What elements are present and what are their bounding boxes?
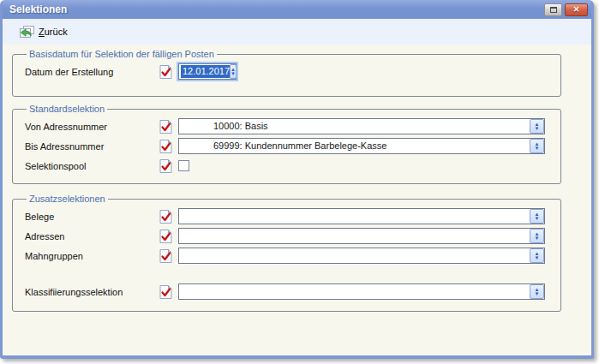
validation-check-icon[interactable] (159, 64, 173, 80)
belege-field[interactable]: ▲▼ (178, 208, 545, 224)
spinner-button[interactable]: ▲▼ (530, 139, 544, 153)
field-label: Selektionspool (25, 161, 159, 171)
group-basisdatum-legend: Basisdatum für Selektion der fälligen Po… (27, 49, 217, 59)
group-standardselektion: Standardselektion Von Adressnummer 10000… (12, 104, 561, 184)
adressen-field[interactable]: ▲▼ (178, 228, 545, 244)
form-row-mahngruppen: Mahngruppen ▲▼ (25, 246, 554, 266)
dialog-window: Selektionen ✕ Zurück Basisdatum f (0, 0, 594, 359)
form-row-adressen: Adressen ▲▼ (25, 226, 554, 246)
back-button-label: Zurück (39, 27, 68, 37)
mahngruppen-field[interactable]: ▲▼ (178, 248, 545, 264)
window-title: Selektionen (9, 3, 544, 15)
titlebar[interactable]: Selektionen ✕ (3, 0, 591, 19)
spinner-down-icon: ▼ (535, 217, 540, 221)
spinner-button[interactable]: ▲▼ (530, 284, 544, 299)
spinner-down-icon: ▼ (535, 256, 540, 260)
close-button[interactable]: ✕ (565, 3, 588, 16)
spinner-button[interactable]: ▲▼ (530, 209, 544, 224)
validation-check-icon[interactable] (159, 248, 173, 264)
field-label: Datum der Erstellung (25, 67, 159, 77)
form-content: Basisdatum für Selektion der fälligen Po… (3, 45, 591, 312)
spinner-button[interactable]: ▲▼ (530, 119, 544, 134)
validation-check-icon[interactable] (159, 209, 173, 224)
validation-check-icon[interactable] (159, 119, 173, 134)
bis-adressnummer-field[interactable]: 69999: Kundennummer Barbelege-Kasse ▲▼ (178, 138, 545, 154)
date-spinner-button[interactable]: ▲▼ (230, 64, 237, 79)
date-field-value: 12.01.2017 (181, 65, 230, 78)
spinner-down-icon: ▼ (535, 292, 540, 296)
field-value (179, 209, 530, 224)
field-label: Bis Adressnummer (25, 141, 159, 152)
validation-check-icon[interactable] (159, 158, 173, 174)
selektionspool-checkbox[interactable] (178, 160, 189, 171)
von-adressnummer-field[interactable]: 10000: Basis ▲▼ (178, 118, 545, 134)
spinner-down-icon: ▼ (535, 146, 540, 151)
form-row-datum: Datum der Erstellung 12.01.2017 ▲▼ (25, 62, 554, 81)
window-body: Zurück Basisdatum für Selektion der fäll… (3, 19, 591, 355)
form-row-klassifizierungsselektion: Klassifiierungsselektion ▲▼ (25, 282, 554, 301)
form-row-selektionspool: Selektionspool (25, 156, 554, 176)
field-value: 10000: Basis (179, 119, 530, 134)
minimize-button[interactable] (544, 3, 562, 16)
group-zusatzselektionen: Zusatzselektionen Belege ▲▼ Adressen (12, 194, 561, 312)
spinner-down-icon: ▼ (535, 236, 540, 241)
spinner-button[interactable]: ▲▼ (530, 229, 544, 243)
validation-check-icon[interactable] (159, 139, 173, 154)
field-value (179, 229, 530, 243)
spinner-down-icon: ▼ (231, 72, 236, 76)
form-row-bis-adressnummer: Bis Adressnummer 69999: Kundennummer Bar… (25, 136, 554, 156)
back-button[interactable]: Zurück (15, 24, 72, 40)
field-label: Klassifiierungsselektion (25, 287, 159, 297)
form-row-von-adressnummer: Von Adressnummer 10000: Basis ▲▼ (25, 116, 554, 136)
field-label: Belege (25, 212, 159, 222)
validation-check-icon[interactable] (159, 229, 173, 244)
group-basisdatum: Basisdatum für Selektion der fälligen Po… (12, 49, 561, 97)
field-label: Adressen (25, 231, 159, 242)
field-label: Mahngruppen (25, 251, 159, 261)
minimize-icon (550, 7, 557, 13)
spinner-button[interactable]: ▲▼ (530, 248, 544, 263)
date-field[interactable]: 12.01.2017 ▲▼ (178, 63, 237, 80)
klassifizierungsselektion-field[interactable]: ▲▼ (178, 283, 545, 300)
form-row-belege: Belege ▲▼ (25, 206, 554, 226)
window-controls: ✕ (544, 3, 588, 16)
group-standardselektion-legend: Standardselektion (27, 104, 107, 114)
validation-check-icon[interactable] (159, 284, 173, 300)
group-zusatzselektionen-legend: Zusatzselektionen (27, 194, 108, 204)
close-icon: ✕ (573, 5, 580, 14)
field-label: Von Adressnummer (25, 122, 159, 132)
field-value (179, 284, 530, 299)
field-value: 69999: Kundennummer Barbelege-Kasse (179, 139, 530, 153)
toolbar: Zurück (3, 19, 591, 45)
back-icon (19, 26, 34, 39)
spinner-down-icon: ▼ (535, 127, 540, 131)
field-value (179, 248, 530, 263)
